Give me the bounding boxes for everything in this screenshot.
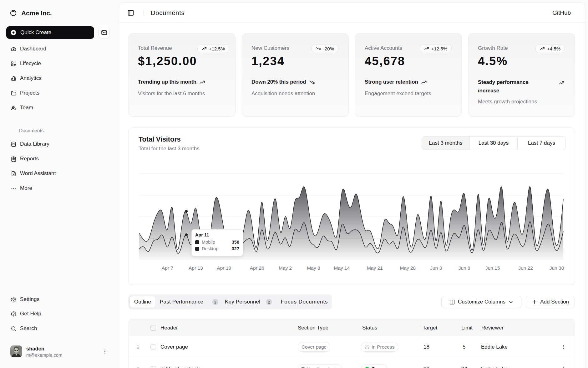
svg-text:Jun 9: Jun 9 — [459, 265, 470, 271]
svg-text:May 8: May 8 — [307, 265, 320, 271]
svg-text:May 21: May 21 — [367, 265, 383, 271]
svg-text:May 14: May 14 — [334, 265, 350, 271]
svg-text:Jun 30: Jun 30 — [550, 265, 564, 271]
svg-text:May 28: May 28 — [400, 265, 416, 271]
svg-text:Apr 19: Apr 19 — [217, 265, 231, 271]
svg-text:May 2: May 2 — [279, 265, 292, 271]
svg-text:Apr 26: Apr 26 — [250, 265, 264, 271]
svg-text:Apr 13: Apr 13 — [189, 265, 203, 271]
svg-text:Jun 3: Jun 3 — [430, 265, 442, 271]
svg-text:Jun 22: Jun 22 — [518, 265, 533, 271]
svg-text:Apr 7: Apr 7 — [162, 265, 173, 271]
svg-text:Jun 15: Jun 15 — [485, 265, 500, 271]
